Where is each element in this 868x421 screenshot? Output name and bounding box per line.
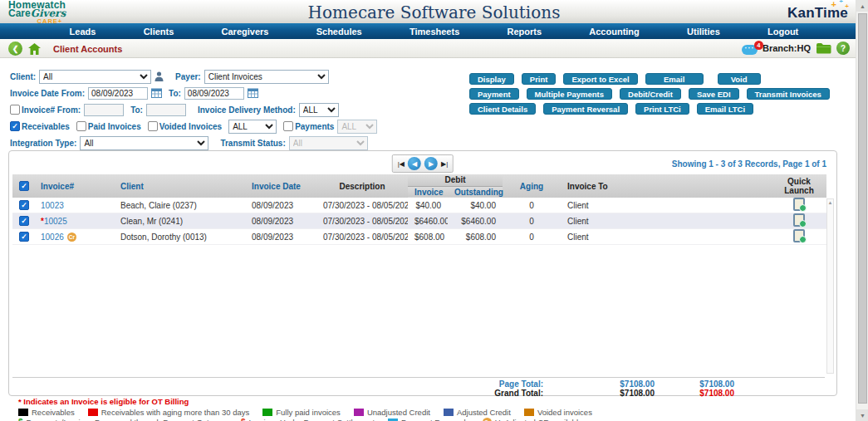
invoice-date-from-input[interactable] [88,87,148,100]
invoice-to-cell: Client [561,213,634,229]
nav-item-timesheets[interactable]: Timesheets [409,27,459,37]
client-details-button[interactable]: Client Details [469,103,536,115]
nav-item-utilities[interactable]: Utilities [687,27,720,37]
legend-swatch [444,409,454,416]
nav-item-leads[interactable]: Leads [70,27,96,37]
person-icon[interactable] [154,71,164,81]
nav-item-caregivers[interactable]: Caregivers [222,27,269,37]
filter-row-invoice-number: Invoice# From: To: Invoice Delivery Meth… [10,103,463,116]
debit-outstanding-cell: $6460.00 [448,213,503,229]
previous-page-icon[interactable]: ◀ [408,157,421,170]
void-button[interactable]: Void [718,73,761,85]
client-accounts-screen: Homewatch CareGivers CARE+ Homecare Soft… [0,0,868,421]
display-button[interactable]: Display [469,73,514,85]
folder-icon[interactable] [816,42,831,54]
integration-type-select[interactable]: All [80,136,208,150]
filter-row-client-payer: Client: All Payer: Client Invoices [10,70,463,83]
row-checkbox[interactable] [19,216,29,226]
nav-item-schedules[interactable]: Schedules [316,27,362,37]
transmit-status-select: All [289,136,368,150]
paid-invoices-checkbox[interactable] [76,121,86,131]
action-buttons: Display Print Export to Excel Email Void… [469,73,830,118]
invoice-link[interactable]: *10025 [41,217,67,226]
debit-credit-button[interactable]: Debit/Credit [620,88,681,100]
legend: * Indicates an Invoice is eligible for O… [18,397,841,421]
kantime-logo: + + + KanTime [787,5,848,22]
col-header-client[interactable]: Client [114,174,245,198]
quick-launch-icon[interactable] [793,198,805,211]
invoice-link[interactable]: 10026 [41,233,64,242]
cr-badge: Cr [67,233,76,242]
invoice-date-to-input[interactable] [184,87,244,100]
next-page-icon[interactable]: ▶ [424,157,438,170]
delivery-method-select[interactable]: ALL [299,103,339,117]
help-icon[interactable] [836,42,850,55]
app-header: Homewatch CareGivers CARE+ Homecare Soft… [0,0,868,23]
quick-launch-icon[interactable] [793,229,805,242]
invoice-number-checkbox[interactable] [10,105,20,115]
scroll-down-icon[interactable]: ▼ [856,409,868,421]
ot-billing-note: * Indicates an Invoice is eligible for O… [18,397,841,406]
invoice-num-from-input[interactable] [84,104,124,116]
first-page-icon[interactable]: |◀ [398,158,405,170]
table-scrollbar[interactable] [826,198,834,374]
save-edi-button[interactable]: Save EDI [689,88,739,100]
nav-item-logout[interactable]: Logout [767,27,798,37]
col-header-debit-invoice[interactable]: Invoice [408,186,448,198]
filter-row-integration: Integration Type: All Transmit Status: A… [10,136,463,149]
col-header-aging[interactable]: Aging [503,174,561,198]
voided-invoices-checkbox[interactable] [148,121,158,131]
kantime-sparkle-icon: + [839,0,843,5]
invoice-to-cell: Client [561,198,634,213]
receivables-checkbox[interactable] [10,121,20,131]
row-checkbox[interactable] [19,200,29,210]
voided-invoices-select[interactable]: ALL [228,120,277,134]
page-scrollbar[interactable]: ▲ ▼ [856,0,868,421]
chat-icon[interactable]: 4 [742,45,758,55]
row-checkbox[interactable] [19,232,29,242]
nav-item-accounting[interactable]: Accounting [589,27,640,37]
last-page-icon[interactable]: ▶| [441,158,448,170]
invoice-date-cell: 08/09/2023 [245,229,316,245]
quick-launch-icon[interactable] [793,213,805,227]
payment-button[interactable]: Payment [469,88,519,100]
legend-swatch [354,409,364,416]
calendar-icon[interactable] [151,88,162,98]
payer-select[interactable]: Client Invoices [204,70,329,84]
records-summary: Showing 1 - 3 of 3 Records, Page 1 of 1 [672,159,826,169]
page-total-invoice: $7108.00 [571,379,655,389]
nav-item-clients[interactable]: Clients [144,27,174,37]
invoice-num-to-input[interactable] [146,104,186,116]
nav-item-reports[interactable]: Reports [508,27,542,37]
calendar-icon[interactable] [248,88,258,98]
print-ltci-button[interactable]: Print LTCi [635,103,689,115]
print-button[interactable]: Print [522,73,557,85]
select-all-checkbox[interactable] [19,181,29,191]
debit-invoice-cell: $608.00 [408,229,448,245]
scroll-up-icon[interactable]: ▲ [856,0,868,12]
col-header-invoice-number[interactable]: Invoice# [34,174,114,198]
invoice-link[interactable]: 10023 [41,201,64,210]
col-header-debit-outstanding[interactable]: Outstanding [448,186,503,198]
invoice-num-to-label: To: [130,105,143,115]
multiple-payments-button[interactable]: Multiple Payments [527,88,612,100]
email-button[interactable]: Email [645,73,704,85]
scrollbar-thumb[interactable] [858,13,867,404]
cr-icon: Cr [483,418,492,421]
integration-type-label: Integration Type: [10,139,76,148]
back-icon[interactable] [8,42,22,56]
legend-item: Voided invoices [524,408,592,417]
table-row: *10025 Clean, Mr (0241) 08/09/2023 07/30… [12,213,826,229]
debit-invoice-cell: $6460.00 [408,213,448,229]
transmit-invoices-button[interactable]: Transmit Invoices [747,88,830,100]
payments-checkbox[interactable] [283,121,293,131]
legend-item: Adjusted Credit [444,408,511,417]
col-header-invoice-date[interactable]: Invoice Date [245,174,316,198]
export-to-excel-button[interactable]: Export to Excel [563,73,637,85]
home-icon[interactable] [28,43,41,55]
email-ltci-button[interactable]: Email LTCi [697,103,753,115]
payment-reversal-button[interactable]: Payment Reversal [543,103,628,115]
table-row: 10023 Beach, Claire (0237) 08/09/2023 07… [12,198,826,213]
kantime-sparkle-icon: + [831,0,836,9]
client-select[interactable]: All [39,70,151,84]
